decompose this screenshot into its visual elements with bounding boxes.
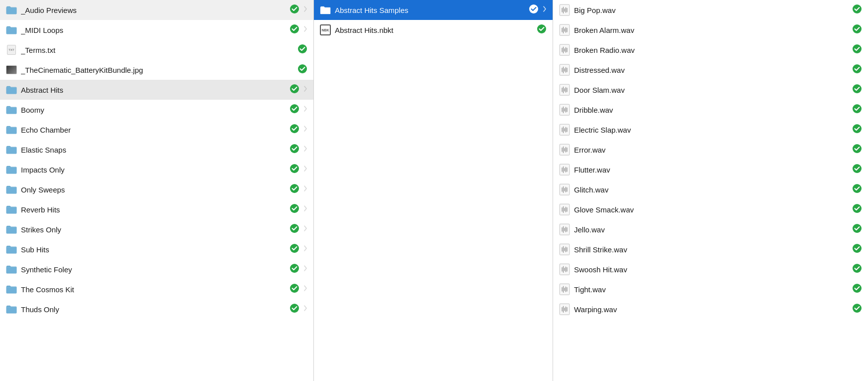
- list-item-terms-txt[interactable]: TXT_Terms.txt: [0, 40, 313, 60]
- audio-icon: [559, 84, 570, 95]
- item-status: [289, 283, 307, 295]
- list-item-error[interactable]: Error.wav: [553, 140, 868, 160]
- list-item-boomy[interactable]: Boomy: [0, 100, 313, 120]
- item-status: [289, 203, 307, 215]
- svg-point-34: [853, 4, 862, 13]
- list-item-elastic-snaps[interactable]: Elastic Snaps: [0, 140, 313, 160]
- chevron-right-icon: [542, 5, 547, 14]
- list-item-cinematic-jpg[interactable]: _TheCinematic_BatteryKitBundle.jpg: [0, 60, 313, 80]
- list-item-broken-alarm[interactable]: Broken Alarm.wav: [553, 20, 868, 40]
- item-label: Broken Alarm.wav: [574, 26, 852, 34]
- svg-point-21: [290, 224, 299, 233]
- svg-point-27: [290, 284, 299, 293]
- svg-point-15: [290, 164, 299, 173]
- folder-icon: [6, 244, 17, 255]
- svg-point-17: [290, 184, 299, 193]
- item-label: Glove Smack.wav: [574, 205, 852, 214]
- audio-icon: [559, 124, 570, 135]
- list-item-warping[interactable]: Warping.wav: [553, 299, 868, 319]
- folder-icon: [6, 124, 17, 135]
- item-status: [289, 104, 307, 116]
- list-item-the-cosmos-kit[interactable]: The Cosmos Kit: [0, 279, 313, 299]
- list-item-reverb-hits[interactable]: Reverb Hits: [0, 199, 313, 219]
- item-status: [852, 24, 862, 36]
- check-icon: [289, 303, 299, 315]
- check-icon: [297, 44, 307, 56]
- item-status: [289, 303, 307, 315]
- list-item-tight[interactable]: Tight.wav: [553, 279, 868, 299]
- svg-rect-8: [6, 108, 16, 114]
- list-item-audio-previews[interactable]: _Audio Previews: [0, 0, 313, 20]
- svg-point-56: [853, 224, 862, 233]
- list-item-abstract-hits[interactable]: Abstract Hits: [0, 80, 313, 100]
- list-item-glove-smack[interactable]: Glove Smack.wav: [553, 199, 868, 219]
- svg-point-60: [853, 264, 862, 273]
- item-status: [289, 223, 307, 235]
- audio-icon: [559, 284, 570, 295]
- item-status: [529, 4, 547, 16]
- item-label: Tight.wav: [574, 285, 852, 294]
- list-item-distressed[interactable]: Distressed.wav: [553, 60, 868, 80]
- list-item-big-pop[interactable]: Big Pop.wav: [553, 0, 868, 20]
- list-item-electric-slap[interactable]: Electric Slap.wav: [553, 120, 868, 140]
- item-status: [852, 203, 862, 215]
- item-status: [297, 64, 307, 76]
- svg-point-32: [537, 24, 546, 33]
- check-icon: [297, 64, 307, 76]
- list-item-jello[interactable]: Jello.wav: [553, 219, 868, 239]
- folder-icon: [6, 204, 17, 215]
- svg-rect-24: [6, 267, 16, 273]
- svg-point-52: [853, 184, 862, 193]
- chevron-right-icon: [302, 145, 307, 154]
- check-icon: [852, 124, 862, 136]
- list-item-sub-hits[interactable]: Sub Hits: [0, 239, 313, 259]
- svg-point-7: [290, 84, 299, 93]
- chevron-right-icon: [302, 225, 307, 234]
- audio-icon: [559, 164, 570, 175]
- svg-point-13: [290, 144, 299, 153]
- list-item-only-sweeps[interactable]: Only Sweeps: [0, 180, 313, 199]
- list-item-glitch[interactable]: Glitch.wav: [553, 180, 868, 199]
- folder-icon: [6, 4, 17, 15]
- item-label: Warping.wav: [574, 305, 852, 314]
- list-item-shrill-strike[interactable]: Shrill Strike.wav: [553, 239, 868, 259]
- list-item-swoosh-hit[interactable]: Swoosh Hit.wav: [553, 259, 868, 279]
- list-item-impacts-only[interactable]: Impacts Only: [0, 160, 313, 180]
- audio-icon: [559, 104, 570, 115]
- check-icon: [289, 184, 299, 195]
- item-label: Big Pop.wav: [574, 6, 852, 14]
- item-label: Swoosh Hit.wav: [574, 265, 852, 274]
- list-item-broken-radio[interactable]: Broken Radio.wav: [553, 40, 868, 60]
- column-2: Abstract Hits Samples NBKAbstract Hits.n…: [314, 0, 553, 381]
- check-icon: [289, 84, 299, 96]
- svg-rect-10: [6, 128, 16, 134]
- svg-rect-2: [6, 28, 16, 34]
- list-item-synthetic-foley[interactable]: Synthetic Foley: [0, 259, 313, 279]
- list-item-flutter[interactable]: Flutter.wav: [553, 160, 868, 180]
- list-item-echo-chamber[interactable]: Echo Chamber: [0, 120, 313, 140]
- item-label: _Audio Previews: [21, 6, 289, 14]
- svg-point-44: [853, 104, 862, 113]
- audio-icon: [559, 44, 570, 55]
- list-item-dribble[interactable]: Dribble.wav: [553, 100, 868, 120]
- item-label: Abstract Hits: [21, 86, 289, 94]
- check-icon: [852, 203, 862, 215]
- list-item-thuds-only[interactable]: Thuds Only: [0, 299, 313, 319]
- audio-icon: [559, 264, 570, 275]
- folder-icon: [6, 84, 17, 95]
- chevron-right-icon: [302, 305, 307, 314]
- list-item-strikes-only[interactable]: Strikes Only: [0, 219, 313, 239]
- list-item-door-slam[interactable]: Door Slam.wav: [553, 80, 868, 100]
- audio-icon: [559, 244, 570, 255]
- audio-icon: [559, 64, 570, 75]
- list-item-abstract-hits-nbkt[interactable]: NBKAbstract Hits.nbkt: [314, 20, 553, 40]
- item-status: [289, 24, 307, 36]
- folder-icon: [320, 4, 331, 15]
- list-item-abstract-hits-samples[interactable]: Abstract Hits Samples: [314, 0, 553, 20]
- column-1: _Audio Previews _MIDI Loops TXT_Terms.tx…: [0, 0, 314, 381]
- list-item-midi-loops[interactable]: _MIDI Loops: [0, 20, 313, 40]
- svg-rect-26: [6, 287, 16, 293]
- item-label: _Terms.txt: [21, 46, 297, 54]
- svg-point-64: [853, 304, 862, 313]
- chevron-right-icon: [302, 185, 307, 194]
